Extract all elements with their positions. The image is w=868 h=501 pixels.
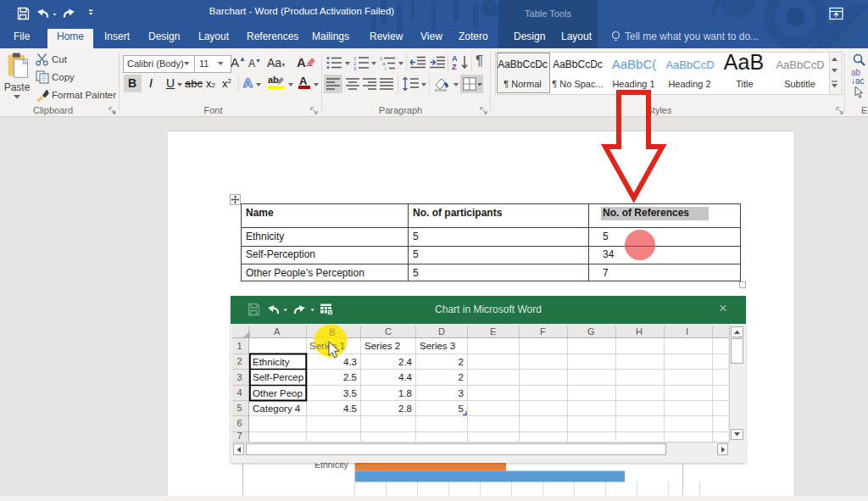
svg-text:Self-Percep: Self-Percep: [253, 372, 303, 382]
svg-text:Ethnicity: Ethnicity: [253, 357, 290, 367]
svg-text:i: i: [385, 66, 386, 70]
svg-text:4.4: 4.4: [398, 372, 413, 382]
svg-text:3.5: 3.5: [343, 388, 357, 398]
svg-text:2: 2: [458, 357, 463, 367]
svg-text:Series 1: Series 1: [309, 341, 345, 351]
svg-text:5: 5: [458, 404, 463, 414]
svg-text:Other Peop: Other Peop: [253, 388, 303, 398]
svg-text:2.8: 2.8: [398, 404, 412, 414]
svg-text:2.4: 2.4: [398, 357, 413, 367]
svg-text:Series 3: Series 3: [420, 341, 455, 351]
svg-text:2.5: 2.5: [343, 372, 357, 382]
svg-text:3: 3: [458, 388, 463, 398]
svg-text:4.3: 4.3: [343, 357, 357, 367]
svg-text:3: 3: [353, 66, 357, 71]
svg-text:1.8: 1.8: [398, 388, 412, 398]
svg-text:4.5: 4.5: [343, 404, 357, 414]
svg-text:Series 2: Series 2: [364, 341, 400, 351]
svg-text:2: 2: [458, 372, 463, 382]
svg-text:Category 4: Category 4: [253, 404, 301, 414]
